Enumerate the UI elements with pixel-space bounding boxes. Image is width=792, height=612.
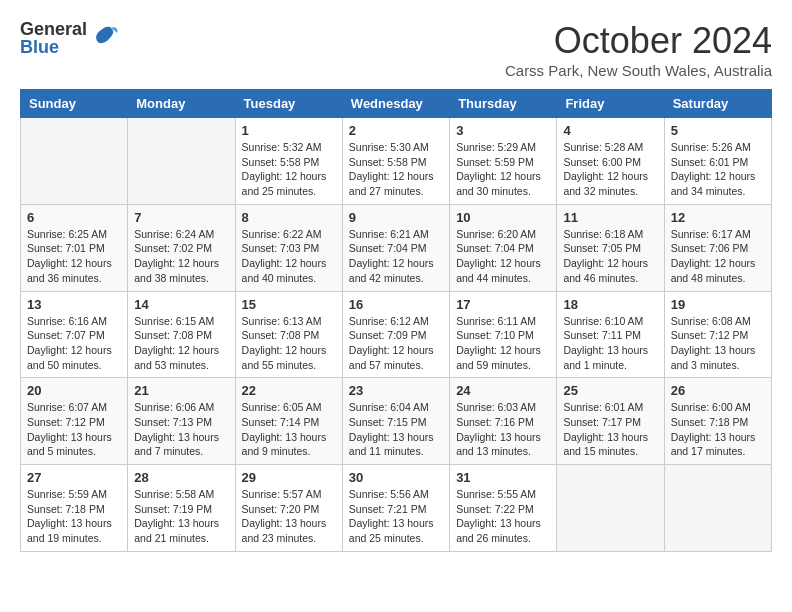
cell-content: Sunrise: 6:12 AM Sunset: 7:09 PM Dayligh… <box>349 314 443 373</box>
header-row: SundayMondayTuesdayWednesdayThursdayFrid… <box>21 90 772 118</box>
week-row-3: 13Sunrise: 6:16 AM Sunset: 7:07 PM Dayli… <box>21 291 772 378</box>
day-number: 26 <box>671 383 765 398</box>
calendar-cell: 15Sunrise: 6:13 AM Sunset: 7:08 PM Dayli… <box>235 291 342 378</box>
calendar-cell: 4Sunrise: 5:28 AM Sunset: 6:00 PM Daylig… <box>557 118 664 205</box>
calendar-cell: 31Sunrise: 5:55 AM Sunset: 7:22 PM Dayli… <box>450 465 557 552</box>
calendar-cell: 3Sunrise: 5:29 AM Sunset: 5:59 PM Daylig… <box>450 118 557 205</box>
calendar-cell: 5Sunrise: 5:26 AM Sunset: 6:01 PM Daylig… <box>664 118 771 205</box>
calendar-cell: 9Sunrise: 6:21 AM Sunset: 7:04 PM Daylig… <box>342 204 449 291</box>
cell-content: Sunrise: 6:21 AM Sunset: 7:04 PM Dayligh… <box>349 227 443 286</box>
day-number: 29 <box>242 470 336 485</box>
day-number: 23 <box>349 383 443 398</box>
logo: General Blue <box>20 20 119 56</box>
day-number: 11 <box>563 210 657 225</box>
calendar-cell: 23Sunrise: 6:04 AM Sunset: 7:15 PM Dayli… <box>342 378 449 465</box>
day-number: 14 <box>134 297 228 312</box>
title-section: October 2024 Carss Park, New South Wales… <box>505 20 772 79</box>
calendar-cell: 2Sunrise: 5:30 AM Sunset: 5:58 PM Daylig… <box>342 118 449 205</box>
week-row-1: 1Sunrise: 5:32 AM Sunset: 5:58 PM Daylig… <box>21 118 772 205</box>
day-number: 28 <box>134 470 228 485</box>
calendar-table: SundayMondayTuesdayWednesdayThursdayFrid… <box>20 89 772 552</box>
day-header-monday: Monday <box>128 90 235 118</box>
day-number: 10 <box>456 210 550 225</box>
cell-content: Sunrise: 6:18 AM Sunset: 7:05 PM Dayligh… <box>563 227 657 286</box>
day-number: 25 <box>563 383 657 398</box>
calendar-cell: 20Sunrise: 6:07 AM Sunset: 7:12 PM Dayli… <box>21 378 128 465</box>
cell-content: Sunrise: 5:56 AM Sunset: 7:21 PM Dayligh… <box>349 487 443 546</box>
day-number: 2 <box>349 123 443 138</box>
cell-content: Sunrise: 5:30 AM Sunset: 5:58 PM Dayligh… <box>349 140 443 199</box>
cell-content: Sunrise: 6:20 AM Sunset: 7:04 PM Dayligh… <box>456 227 550 286</box>
day-number: 16 <box>349 297 443 312</box>
cell-content: Sunrise: 6:08 AM Sunset: 7:12 PM Dayligh… <box>671 314 765 373</box>
day-number: 18 <box>563 297 657 312</box>
week-row-2: 6Sunrise: 6:25 AM Sunset: 7:01 PM Daylig… <box>21 204 772 291</box>
day-number: 1 <box>242 123 336 138</box>
day-number: 3 <box>456 123 550 138</box>
calendar-cell <box>557 465 664 552</box>
day-number: 13 <box>27 297 121 312</box>
cell-content: Sunrise: 6:11 AM Sunset: 7:10 PM Dayligh… <box>456 314 550 373</box>
logo-bird-icon <box>89 23 119 53</box>
cell-content: Sunrise: 6:03 AM Sunset: 7:16 PM Dayligh… <box>456 400 550 459</box>
location-subtitle: Carss Park, New South Wales, Australia <box>505 62 772 79</box>
calendar-cell: 11Sunrise: 6:18 AM Sunset: 7:05 PM Dayli… <box>557 204 664 291</box>
calendar-cell: 6Sunrise: 6:25 AM Sunset: 7:01 PM Daylig… <box>21 204 128 291</box>
calendar-cell: 13Sunrise: 6:16 AM Sunset: 7:07 PM Dayli… <box>21 291 128 378</box>
calendar-cell: 27Sunrise: 5:59 AM Sunset: 7:18 PM Dayli… <box>21 465 128 552</box>
calendar-cell <box>21 118 128 205</box>
day-number: 4 <box>563 123 657 138</box>
cell-content: Sunrise: 5:58 AM Sunset: 7:19 PM Dayligh… <box>134 487 228 546</box>
calendar-cell: 14Sunrise: 6:15 AM Sunset: 7:08 PM Dayli… <box>128 291 235 378</box>
day-number: 21 <box>134 383 228 398</box>
cell-content: Sunrise: 6:25 AM Sunset: 7:01 PM Dayligh… <box>27 227 121 286</box>
logo-general: General <box>20 20 87 38</box>
day-number: 31 <box>456 470 550 485</box>
day-number: 19 <box>671 297 765 312</box>
cell-content: Sunrise: 5:59 AM Sunset: 7:18 PM Dayligh… <box>27 487 121 546</box>
week-row-4: 20Sunrise: 6:07 AM Sunset: 7:12 PM Dayli… <box>21 378 772 465</box>
cell-content: Sunrise: 6:05 AM Sunset: 7:14 PM Dayligh… <box>242 400 336 459</box>
cell-content: Sunrise: 5:29 AM Sunset: 5:59 PM Dayligh… <box>456 140 550 199</box>
day-number: 5 <box>671 123 765 138</box>
day-number: 24 <box>456 383 550 398</box>
month-title: October 2024 <box>505 20 772 62</box>
day-number: 9 <box>349 210 443 225</box>
calendar-cell: 26Sunrise: 6:00 AM Sunset: 7:18 PM Dayli… <box>664 378 771 465</box>
cell-content: Sunrise: 5:28 AM Sunset: 6:00 PM Dayligh… <box>563 140 657 199</box>
cell-content: Sunrise: 6:13 AM Sunset: 7:08 PM Dayligh… <box>242 314 336 373</box>
cell-content: Sunrise: 6:01 AM Sunset: 7:17 PM Dayligh… <box>563 400 657 459</box>
calendar-cell: 17Sunrise: 6:11 AM Sunset: 7:10 PM Dayli… <box>450 291 557 378</box>
cell-content: Sunrise: 6:10 AM Sunset: 7:11 PM Dayligh… <box>563 314 657 373</box>
calendar-cell: 19Sunrise: 6:08 AM Sunset: 7:12 PM Dayli… <box>664 291 771 378</box>
cell-content: Sunrise: 6:16 AM Sunset: 7:07 PM Dayligh… <box>27 314 121 373</box>
calendar-cell: 30Sunrise: 5:56 AM Sunset: 7:21 PM Dayli… <box>342 465 449 552</box>
day-header-wednesday: Wednesday <box>342 90 449 118</box>
calendar-cell: 25Sunrise: 6:01 AM Sunset: 7:17 PM Dayli… <box>557 378 664 465</box>
cell-content: Sunrise: 5:26 AM Sunset: 6:01 PM Dayligh… <box>671 140 765 199</box>
calendar-cell: 18Sunrise: 6:10 AM Sunset: 7:11 PM Dayli… <box>557 291 664 378</box>
cell-content: Sunrise: 6:04 AM Sunset: 7:15 PM Dayligh… <box>349 400 443 459</box>
day-header-thursday: Thursday <box>450 90 557 118</box>
day-header-sunday: Sunday <box>21 90 128 118</box>
calendar-cell: 16Sunrise: 6:12 AM Sunset: 7:09 PM Dayli… <box>342 291 449 378</box>
cell-content: Sunrise: 6:17 AM Sunset: 7:06 PM Dayligh… <box>671 227 765 286</box>
cell-content: Sunrise: 5:55 AM Sunset: 7:22 PM Dayligh… <box>456 487 550 546</box>
calendar-cell: 24Sunrise: 6:03 AM Sunset: 7:16 PM Dayli… <box>450 378 557 465</box>
calendar-cell: 28Sunrise: 5:58 AM Sunset: 7:19 PM Dayli… <box>128 465 235 552</box>
cell-content: Sunrise: 5:57 AM Sunset: 7:20 PM Dayligh… <box>242 487 336 546</box>
day-number: 20 <box>27 383 121 398</box>
cell-content: Sunrise: 6:24 AM Sunset: 7:02 PM Dayligh… <box>134 227 228 286</box>
day-number: 6 <box>27 210 121 225</box>
day-number: 17 <box>456 297 550 312</box>
calendar-cell <box>128 118 235 205</box>
cell-content: Sunrise: 6:00 AM Sunset: 7:18 PM Dayligh… <box>671 400 765 459</box>
calendar-cell: 7Sunrise: 6:24 AM Sunset: 7:02 PM Daylig… <box>128 204 235 291</box>
calendar-cell: 21Sunrise: 6:06 AM Sunset: 7:13 PM Dayli… <box>128 378 235 465</box>
cell-content: Sunrise: 6:06 AM Sunset: 7:13 PM Dayligh… <box>134 400 228 459</box>
day-number: 30 <box>349 470 443 485</box>
day-header-tuesday: Tuesday <box>235 90 342 118</box>
page-header: General Blue October 2024 Carss Park, Ne… <box>20 20 772 79</box>
cell-content: Sunrise: 6:15 AM Sunset: 7:08 PM Dayligh… <box>134 314 228 373</box>
logo-text: General Blue <box>20 20 87 56</box>
